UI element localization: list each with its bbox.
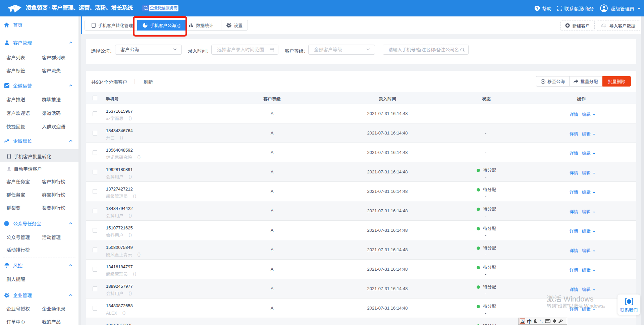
svg-text:?: ? [536,6,538,10]
